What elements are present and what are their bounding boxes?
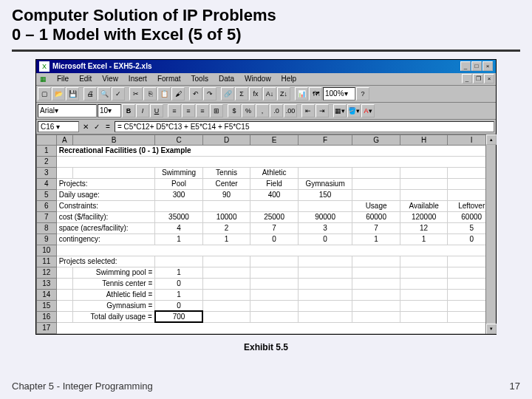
cell[interactable] [155,200,203,211]
fill-color-icon[interactable]: 🪣▾ [347,104,361,117]
function-icon[interactable]: fx [249,87,262,100]
cell[interactable] [250,289,299,300]
currency-icon[interactable]: $ [228,104,241,117]
align-center-icon[interactable]: ≡ [182,104,195,117]
cell[interactable]: 1 [202,233,250,245]
cell[interactable]: Athletic field = [72,289,154,300]
cell[interactable]: Field [250,178,299,189]
cell[interactable] [400,311,448,322]
cell[interactable]: Constraints: [56,200,155,211]
cell[interactable] [298,167,352,178]
cell[interactable]: Usage [352,200,400,211]
cell[interactable]: Recreational Facilities (0 - 1) Example [56,145,495,156]
cell[interactable]: Center [202,178,250,189]
menu-file[interactable]: File [52,74,73,84]
cell[interactable] [56,322,495,333]
row-header[interactable]: 3 [37,167,57,178]
cell[interactable] [352,178,400,189]
cell[interactable] [352,256,400,267]
cell[interactable] [400,300,448,311]
cell[interactable]: 1 [155,233,203,245]
cell[interactable]: 1 [400,233,448,245]
cell[interactable]: Athletic [250,167,299,178]
cell[interactable] [202,311,250,322]
cell[interactable] [202,256,250,267]
print-icon[interactable]: 🖨 [83,87,97,100]
cell[interactable]: Gymnasium = [72,300,154,311]
row-header[interactable]: 10 [37,245,57,256]
cell[interactable] [250,278,299,289]
cell[interactable] [298,278,352,289]
select-all-corner[interactable] [37,134,57,145]
cell[interactable] [56,300,72,311]
cell[interactable]: 120000 [400,211,448,222]
cell[interactable]: Tennis center = [72,278,154,289]
cell[interactable] [352,267,400,278]
row-header[interactable]: 8 [37,222,57,233]
spell-icon[interactable]: ✓ [112,87,125,100]
cell[interactable] [400,178,448,189]
cell[interactable]: 0 [155,300,203,311]
cell[interactable]: 90 [202,189,250,200]
paste-icon[interactable]: 📋 [157,87,171,100]
row-header[interactable]: 13 [37,278,57,289]
redo-icon[interactable]: ↷ [203,87,216,100]
menu-insert[interactable]: Insert [124,74,151,84]
cell[interactable]: Total daily usage = [72,311,154,322]
col-header[interactable]: H [400,134,448,145]
undo-icon[interactable]: ↶ [189,87,202,100]
formula-input[interactable]: = C5*C12+ D5*C13 + E5*C14 + F5*C15 [115,121,494,132]
row-header[interactable]: 17 [37,322,57,333]
cell[interactable]: 0 [250,233,299,245]
fx-icon[interactable]: = [103,121,113,132]
map-icon[interactable]: 🗺 [309,87,322,100]
cell[interactable] [202,289,250,300]
menu-window[interactable]: Window [240,74,276,84]
row-header[interactable]: 2 [37,156,57,167]
save-icon[interactable]: 💾 [66,87,79,100]
cell[interactable] [250,300,299,311]
cell[interactable] [250,267,299,278]
cell[interactable]: 0 [298,233,352,245]
col-header[interactable]: B [72,134,154,145]
col-header[interactable]: A [56,134,72,145]
cell[interactable]: space (acres/facility): [56,222,155,233]
cell[interactable] [400,189,448,200]
font-color-icon[interactable]: A▾ [361,104,375,117]
cell[interactable] [352,311,400,322]
row-header[interactable]: 6 [37,200,57,211]
cell[interactable] [202,278,250,289]
open-icon[interactable]: 📂 [52,87,65,100]
col-header[interactable]: F [298,134,352,145]
cell[interactable]: 7 [250,222,299,233]
row-header[interactable]: 7 [37,211,57,222]
help-icon[interactable]: ? [356,87,369,100]
cell[interactable]: 90000 [298,211,352,222]
underline-icon[interactable]: U [150,104,163,117]
cell[interactable]: 25000 [250,211,299,222]
font-size-combo[interactable]: 10 ▾ [98,104,121,117]
align-left-icon[interactable]: ≡ [168,104,181,117]
cell[interactable] [155,256,203,267]
cell[interactable] [298,256,352,267]
doc-close-button[interactable]: × [484,74,494,83]
cell[interactable] [352,167,400,178]
cell[interactable] [56,278,72,289]
cell[interactable]: 400 [250,189,299,200]
cell[interactable]: 10000 [202,211,250,222]
cell[interactable] [352,189,400,200]
cell[interactable]: 35000 [155,211,203,222]
align-right-icon[interactable]: ≡ [196,104,209,117]
italic-icon[interactable]: I [136,104,149,117]
menu-tools[interactable]: Tools [187,74,213,84]
row-header[interactable]: 12 [37,267,57,278]
col-header[interactable]: G [352,134,400,145]
menu-edit[interactable]: Edit [75,74,96,84]
cell[interactable]: Projects: [56,178,155,189]
cell[interactable] [400,278,448,289]
col-header[interactable]: D [202,134,250,145]
cell[interactable]: Daily usage: [56,189,155,200]
row-header[interactable]: 16 [37,311,57,322]
name-box[interactable]: C16 ▾ [38,121,79,132]
decrease-indent-icon[interactable]: ⇤ [301,104,315,117]
